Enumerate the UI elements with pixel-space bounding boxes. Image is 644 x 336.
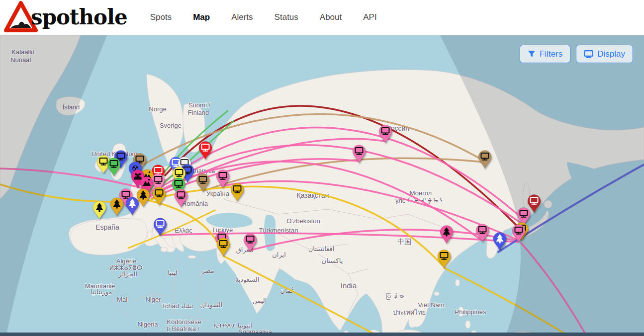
app-logo[interactable]: spothole [3, 0, 127, 35]
display-button[interactable]: Display [576, 45, 633, 63]
main-nav: SpotsMapAlertsStatusAboutAPI [150, 12, 377, 22]
nav-spots[interactable]: Spots [150, 12, 172, 22]
nav-alerts[interactable]: Alerts [231, 12, 253, 22]
map-label: مصر [201, 267, 214, 275]
map-label: ประเทศไทย [393, 309, 426, 316]
map-label: افغانستان [308, 245, 335, 252]
map-label: اليمن [253, 297, 267, 305]
map-label: Ködörösêse [167, 318, 201, 326]
map-label: Sverige [160, 122, 182, 129]
map-label: Việt Nam [418, 301, 444, 309]
map-canvas[interactable]: KalaallitNunaatÍslandNorgeSverigeSuomi /… [0, 35, 644, 336]
map-label: السعودية [235, 276, 260, 284]
filter-funnel-icon [528, 50, 536, 58]
filters-button-label: Filters [540, 49, 562, 59]
nav-map[interactable]: Map [193, 12, 210, 22]
map-label: ایران [272, 251, 286, 259]
map-label: موريتانيا [91, 288, 112, 296]
logo-text: spothole [31, 7, 127, 28]
display-monitor-icon [584, 50, 593, 58]
map-label: tî Bêafrîka / [167, 325, 200, 333]
app-header: spothole SpotsMapAlertsStatusAboutAPI [0, 0, 644, 35]
nav-about[interactable]: About [320, 12, 342, 22]
map-label: السودان [200, 301, 223, 309]
map-label: Nigeria [137, 321, 158, 328]
nav-status[interactable]: Status [275, 12, 298, 22]
map-label: Suomi / [188, 101, 210, 109]
footer-bar [0, 333, 644, 336]
nav-api[interactable]: API [363, 12, 376, 22]
filters-button[interactable]: Filters [520, 45, 570, 63]
map-label: Tchad تشاد [162, 302, 193, 310]
map-label: România [182, 200, 208, 207]
map-label: Mali [117, 296, 129, 303]
map-label: Монгол [410, 189, 432, 197]
map-label: မြန်မာ [385, 293, 404, 300]
map-label: Philippines [455, 308, 486, 316]
display-button-label: Display [597, 49, 625, 59]
map-label: Україна [206, 190, 230, 197]
map-label: 中国 [397, 238, 411, 246]
map-label: ليبيا [168, 269, 178, 276]
map-label: O'zbekiston [286, 217, 320, 225]
map-label: پاکستان [322, 257, 343, 264]
map-label: España [95, 223, 119, 231]
map-label: Niger [145, 296, 161, 303]
map-label: India [341, 281, 357, 290]
map-label: الجزائر [118, 270, 137, 278]
map-label: Finland [188, 109, 209, 116]
map-label: Norge [149, 105, 166, 113]
world-map[interactable]: KalaallitNunaatÍslandNorgeSverigeSuomi /… [0, 35, 644, 336]
